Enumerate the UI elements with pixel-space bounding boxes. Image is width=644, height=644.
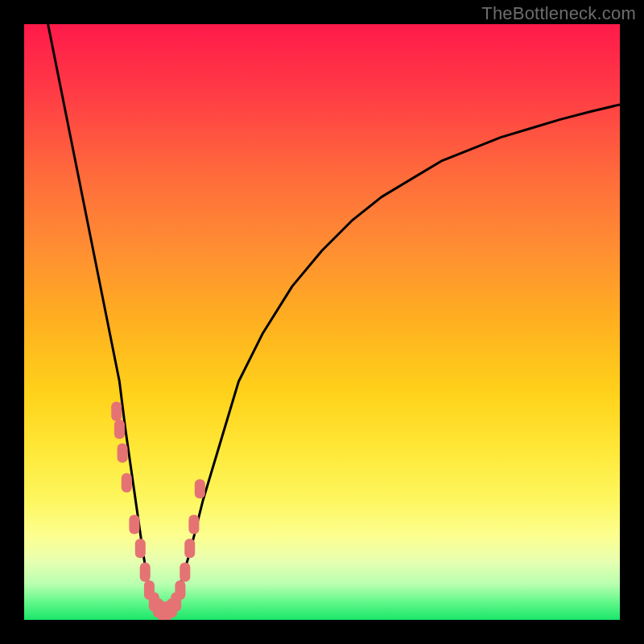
plot-area [24,24,620,620]
marker-dot [129,515,139,535]
marker-dot [184,539,195,558]
marker-dot [188,515,199,535]
marker-dot [195,479,205,498]
marker-dot [135,539,146,558]
marker-dot [114,419,125,439]
marker-dot [175,580,185,600]
marker-dot [140,563,151,582]
marker-dot [180,563,190,582]
marker-dot [118,444,128,463]
watermark-text: TheBottleneck.com [481,3,636,24]
chart-frame: TheBottleneck.com [0,0,644,644]
marker-dot [122,473,132,493]
marker-dot [111,402,122,421]
chart-canvas [24,24,620,620]
